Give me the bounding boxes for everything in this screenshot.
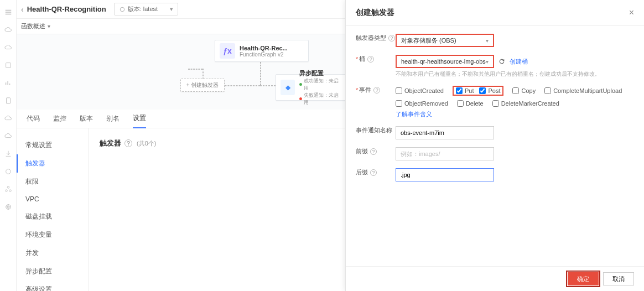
settings-main-title: 触发器 — [100, 138, 121, 148]
async-success-line: 成功通知：未启用 — [299, 77, 341, 92]
globe-icon[interactable] — [4, 202, 13, 211]
tab-version[interactable]: 版本 — [80, 110, 93, 128]
drawer-title: 创建触发器 — [356, 8, 394, 18]
event-delete[interactable]: Delete — [457, 100, 484, 107]
help-icon[interactable]: ? — [370, 169, 377, 176]
bucket-hint: 不能和本用户已有桶重名；不能和其他用户已有的桶重名；创建成功后不支持修改。 — [396, 70, 634, 78]
function-node[interactable]: ƒx Health-QR-Rec... FunctionGraph v2 — [215, 40, 309, 62]
help-icon[interactable]: ? — [388, 35, 395, 41]
help-icon[interactable]: ? — [124, 139, 132, 147]
event-post[interactable]: Post — [479, 87, 500, 94]
trigger-type-select[interactable]: 对象存储服务 (OBS) ▾ — [396, 34, 494, 47]
event-name-label: 事件通知名称 — [356, 126, 392, 134]
refresh-icon[interactable] — [498, 58, 505, 65]
menu-icon[interactable] — [4, 8, 13, 17]
cancel-button[interactable]: 取消 — [603, 272, 634, 285]
create-trigger-drawer: 创建触发器 × 触发器类型? 对象存储服务 (OBS) ▾ *桶? health… — [345, 0, 644, 291]
function-node-subtitle: FunctionGraph v2 — [240, 51, 288, 58]
event-objectremoved[interactable]: ObjectRemoved — [396, 100, 448, 107]
tab-alias[interactable]: 别名 — [106, 110, 120, 128]
event-put[interactable]: Put — [456, 87, 474, 94]
download-icon[interactable] — [4, 149, 13, 158]
event-deletemarker[interactable]: DeleteMarkerCreated — [492, 100, 559, 107]
service-icon[interactable] — [4, 61, 13, 70]
svg-point-4 — [5, 190, 7, 192]
svg-point-7 — [120, 7, 124, 12]
back-icon[interactable]: ‹ — [21, 5, 24, 14]
svg-rect-1 — [6, 98, 10, 104]
function-icon: ƒx — [220, 43, 235, 59]
event-objectcreated[interactable]: ObjectCreated — [396, 87, 444, 94]
bucket-select[interactable]: health-qr-healthsource-img-obs ▾ — [396, 55, 494, 68]
suffix-label: 后缀 — [356, 168, 368, 176]
nav-disk[interactable]: 磁盘挂载 — [17, 207, 88, 226]
nav-async[interactable]: 异步配置 — [17, 262, 88, 280]
trigger-count: (共0个) — [137, 139, 156, 148]
tab-settings[interactable]: 设置 — [133, 109, 146, 128]
svg-point-3 — [7, 186, 9, 189]
version-selector[interactable]: 版本: latest ▾ — [114, 3, 178, 15]
svg-rect-0 — [6, 63, 11, 68]
event-name-input[interactable] — [396, 126, 494, 139]
circle-icon[interactable] — [4, 167, 13, 176]
event-copy[interactable]: Copy — [512, 87, 536, 94]
org-icon[interactable] — [4, 185, 13, 194]
cloud-icon-4[interactable] — [4, 132, 13, 141]
nav-concurrency[interactable]: 并发 — [17, 244, 88, 262]
trigger-type-value: 对象存储服务 (OBS) — [401, 37, 456, 45]
confirm-button[interactable]: 确定 — [568, 272, 599, 285]
help-icon[interactable]: ? — [373, 87, 380, 93]
help-icon[interactable]: ? — [367, 56, 374, 63]
bucket-value: health-qr-healthsource-img-obs — [401, 58, 486, 65]
chevron-down-icon: ▾ — [170, 6, 173, 13]
nav-env[interactable]: 环境变量 — [17, 226, 88, 244]
drawer-footer: 确定 取消 — [346, 266, 644, 291]
event-complete-multipart[interactable]: CompleteMultipartUpload — [544, 87, 622, 94]
trigger-type-label: 触发器类型 — [356, 34, 386, 42]
async-config-node[interactable]: ◆ 异步配置 成功通知：未启用 失败通知：未启用 — [276, 74, 346, 101]
async-node-title: 异步配置 — [299, 69, 341, 77]
async-fail-line: 失败通知：未启用 — [299, 92, 341, 106]
svg-point-2 — [6, 169, 11, 174]
settings-nav: 常规设置 触发器 权限 VPC 磁盘挂载 环境变量 并发 异步配置 高级设置 — [17, 128, 89, 291]
async-icon: ◆ — [281, 80, 295, 95]
events-label: 事件 — [359, 86, 371, 94]
overview-label[interactable]: 函数概述 — [21, 22, 45, 30]
close-icon[interactable]: × — [629, 8, 634, 18]
chevron-down-icon: ▾ — [486, 59, 489, 65]
tab-monitor[interactable]: 监控 — [53, 110, 66, 128]
cloud-icon-3[interactable] — [4, 114, 13, 123]
nav-permission[interactable]: 权限 — [17, 173, 88, 191]
nav-triggers[interactable]: 触发器 — [17, 154, 88, 173]
nav-advanced[interactable]: 高级设置 — [17, 280, 88, 291]
svg-point-5 — [9, 190, 11, 192]
stats-icon[interactable] — [4, 79, 13, 87]
chevron-down-icon: ▾ — [486, 38, 489, 44]
tab-code[interactable]: 代码 — [27, 110, 40, 128]
create-bucket-link[interactable]: 创建桶 — [510, 58, 528, 66]
help-icon[interactable]: ? — [370, 148, 377, 155]
event-meaning-link[interactable]: 了解事件含义 — [396, 111, 432, 117]
bucket-label: 桶 — [359, 55, 365, 63]
left-icon-rail — [0, 0, 17, 291]
version-label: 版本: latest — [128, 5, 158, 13]
prefix-input[interactable] — [396, 147, 494, 160]
function-node-title: Health-QR-Rec... — [240, 45, 288, 51]
cloud-icon-2[interactable] — [4, 43, 13, 52]
suffix-input[interactable] — [396, 168, 494, 181]
prefix-label: 前缀 — [356, 147, 368, 155]
device-icon[interactable] — [4, 96, 13, 105]
cloud-icon[interactable] — [4, 25, 13, 34]
add-trigger-node[interactable]: + 创建触发器 — [180, 79, 225, 92]
chevron-down-icon: ▾ — [48, 23, 50, 29]
nav-general[interactable]: 常规设置 — [17, 136, 88, 154]
page-title: Health-QR-Recognition — [27, 5, 106, 13]
nav-vpc[interactable]: VPC — [17, 191, 88, 207]
